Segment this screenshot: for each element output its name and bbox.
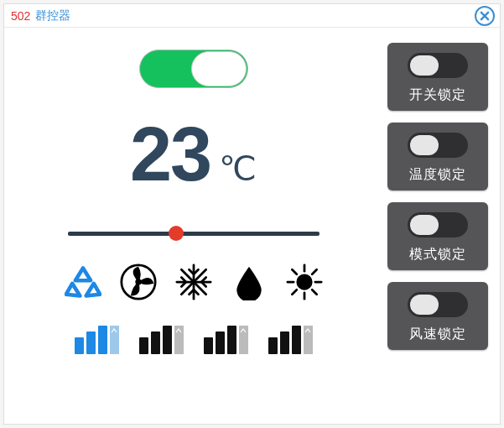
fan-speed-row: [75, 326, 313, 354]
chevron-up-icon: [240, 327, 247, 334]
lock-card-fan: 风速锁定: [387, 282, 488, 350]
chevron-up-icon: [175, 327, 182, 334]
fan-icon: [120, 264, 157, 300]
chevron-up-icon: [111, 327, 117, 334]
fan-bar: [98, 326, 107, 354]
main-pane: 23 ℃: [4, 28, 382, 424]
lock-card-temp: 温度锁定: [387, 123, 488, 191]
toggle-knob: [410, 215, 439, 235]
fan-auto-badge: [239, 326, 248, 354]
locks-column: 开关锁定 温度锁定 模式锁定 风速锁定: [382, 28, 500, 424]
fan-bar: [204, 337, 213, 354]
device-name: 群控器: [35, 8, 70, 23]
device-code: 502: [11, 9, 30, 23]
fan-level-mid[interactable]: [139, 326, 184, 354]
svg-line-13: [292, 269, 297, 274]
toggle-knob: [410, 135, 439, 155]
mode-cool[interactable]: [174, 262, 214, 302]
fan-level-auto[interactable]: [268, 326, 313, 354]
power-toggle[interactable]: [139, 50, 248, 88]
control-panel-window: 502 群控器 23 ℃: [3, 3, 501, 425]
content: 23 ℃: [4, 28, 500, 424]
temperature-unit: ℃: [219, 149, 257, 188]
lock-label: 模式锁定: [409, 246, 466, 264]
sun-icon: [286, 264, 323, 300]
fan-level-low[interactable]: [75, 326, 119, 354]
mode-fan[interactable]: [118, 262, 158, 302]
fan-bar: [280, 331, 289, 354]
titlebar: 502 群控器: [4, 4, 500, 28]
slider-thumb[interactable]: [169, 226, 184, 241]
fan-bar: [151, 331, 160, 354]
lock-label: 温度锁定: [409, 166, 466, 184]
fan-lock-toggle[interactable]: [408, 292, 468, 317]
fan-bar: [292, 326, 301, 354]
fan-bar: [139, 337, 148, 354]
power-lock-toggle[interactable]: [408, 53, 468, 78]
mode-auto[interactable]: [63, 262, 103, 302]
close-button[interactable]: [475, 6, 495, 26]
slider-track: [68, 232, 320, 236]
fan-bar: [75, 337, 84, 354]
temperature-display: 23 ℃: [130, 112, 257, 198]
mode-heat[interactable]: [284, 262, 325, 302]
close-icon: [480, 11, 490, 21]
fan-bar: [86, 331, 96, 354]
droplet-icon: [231, 264, 268, 300]
fan-auto-badge: [304, 326, 313, 354]
recycle-icon: [65, 264, 101, 300]
temperature-slider[interactable]: [68, 227, 320, 240]
mode-row: [63, 262, 325, 302]
fan-auto-badge: [174, 326, 184, 354]
temp-lock-toggle[interactable]: [408, 133, 468, 158]
chevron-up-icon: [304, 327, 311, 334]
toggle-knob: [410, 55, 439, 76]
fan-bar: [268, 337, 278, 354]
lock-card-mode: 模式锁定: [387, 202, 488, 270]
lock-label: 风速锁定: [409, 326, 466, 343]
fan-auto-badge: [110, 326, 119, 354]
svg-line-14: [312, 290, 317, 295]
snowflake-icon: [175, 264, 212, 300]
svg-line-15: [312, 269, 317, 274]
fan-level-high[interactable]: [204, 326, 248, 354]
lock-label: 开关锁定: [409, 86, 466, 104]
mode-dry[interactable]: [229, 262, 269, 302]
mode-lock-toggle[interactable]: [408, 212, 468, 237]
fan-bar: [227, 326, 236, 354]
lock-card-power: 开关锁定: [387, 43, 488, 111]
fan-bar: [163, 326, 172, 354]
temperature-value: 23: [130, 112, 210, 198]
svg-line-16: [292, 290, 297, 295]
toggle-knob: [410, 295, 439, 315]
power-toggle-knob: [191, 51, 247, 86]
svg-point-8: [297, 275, 311, 290]
fan-bar: [216, 331, 225, 354]
